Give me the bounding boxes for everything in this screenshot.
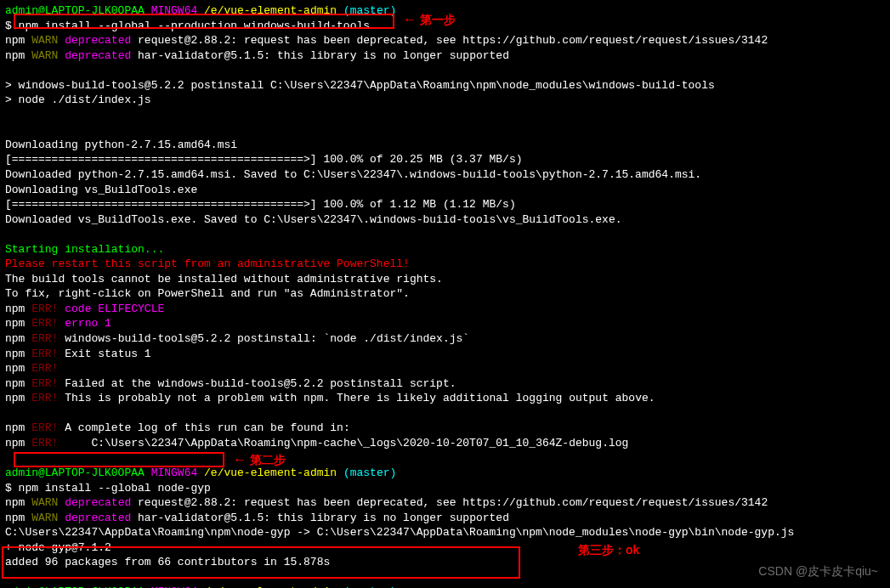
warn-line-1: npm WARN deprecated request@2.88.2: requ… [5, 33, 885, 48]
err-line: npm ERR! windows-build-tools@5.2.2 posti… [5, 331, 885, 347]
gyp-path: C:\Users\22347\AppData\Roaming\npm\node-… [5, 525, 885, 540]
restart-admin: Please restart this script from an admin… [5, 257, 885, 272]
terminal-body[interactable]: admin@LAPTOP-JLK0OPAA MINGW64 /e/vue-ele… [5, 3, 885, 588]
annotation-3: 第三步：ok [578, 542, 639, 558]
err-line: npm ERR! errno 1 [5, 316, 885, 331]
annotation-1: ←第一步 [403, 10, 456, 29]
watermark: CSDN @皮卡皮卡qiu~ [758, 563, 878, 580]
download-vs-done: Downloaded vs_BuildTools.exe. Saved to C… [5, 212, 885, 228]
prompt-line-3: admin@LAPTOP-JLK0OPAA MINGW64 /e/vue-ele… [5, 585, 885, 588]
gyp-added: added 96 packages from 66 contributors i… [5, 555, 885, 570]
download-python-done: Downloaded python-2.7.15.amd64.msi. Save… [5, 167, 885, 183]
download-vs-bar: [=======================================… [5, 197, 885, 212]
admin-rights-1: The build tools cannot be installed with… [5, 272, 885, 287]
arrow-left-icon: ← [403, 12, 417, 26]
prompt-line-2: admin@LAPTOP-JLK0OPAA MINGW64 /e/vue-ele… [5, 466, 885, 481]
annotation-2: ←第二步 [233, 450, 286, 469]
err-line: npm ERR! A complete log of this run can … [5, 421, 885, 436]
starting-install: Starting installation... [5, 242, 885, 257]
err-line: npm ERR! Failed at the windows-build-too… [5, 376, 885, 392]
download-python-bar: [=======================================… [5, 152, 885, 167]
warn-line-2: npm WARN deprecated har-validator@5.1.5:… [5, 48, 885, 64]
gyp-version: + node-gyp@7.1.2 [5, 540, 885, 556]
warn-line-4: npm WARN deprecated har-validator@5.1.5:… [5, 511, 885, 526]
warn-line-3: npm WARN deprecated request@2.88.2: requ… [5, 495, 885, 511]
download-vs: Downloading vs_BuildTools.exe [5, 183, 885, 198]
err-line: npm ERR! This is probably not a problem … [5, 391, 885, 406]
err-line: npm ERR! Exit status 1 [5, 347, 885, 362]
postinstall-2: > node ./dist/index.js [5, 93, 885, 108]
arrow-left-icon: ← [233, 452, 247, 466]
err-line: npm ERR! code ELIFECYCLE [5, 302, 885, 317]
download-python: Downloading python-2.7.15.amd64.msi [5, 138, 885, 153]
err-line: npm ERR! [5, 361, 885, 376]
command-2: $ npm install --global node-gyp [5, 481, 885, 496]
err-line: npm ERR! C:\Users\22347\AppData\Roaming\… [5, 436, 885, 451]
admin-rights-2: To fix, right-click on PowerShell and ru… [5, 286, 885, 302]
postinstall-1: > windows-build-tools@5.2.2 postinstall … [5, 78, 885, 93]
